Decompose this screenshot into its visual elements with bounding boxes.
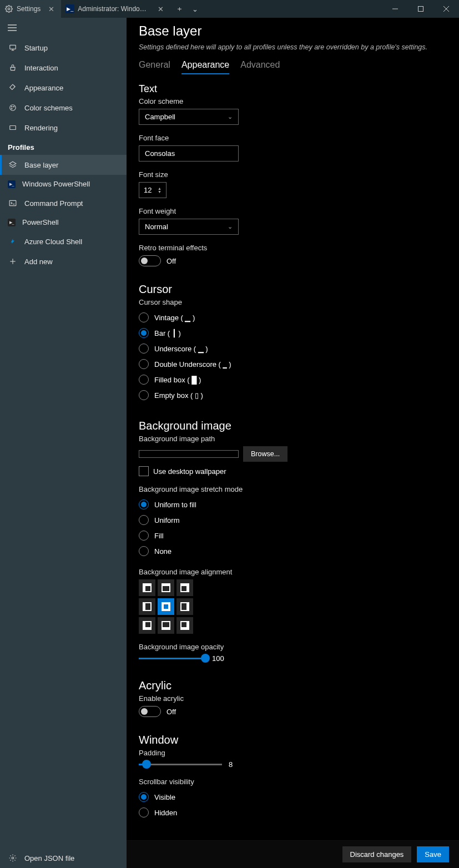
font-weight-dropdown[interactable]: Normal ⌄ [139, 219, 239, 235]
retro-label: Retro terminal effects [139, 244, 447, 252]
maximize-button[interactable] [408, 0, 433, 18]
radio-scroll-hidden[interactable]: Hidden [139, 805, 447, 820]
rendering-icon [8, 123, 18, 133]
radio-label: Visible [154, 793, 175, 801]
svg-rect-8 [10, 45, 16, 49]
layers-icon [8, 160, 18, 170]
subtab-appearance[interactable]: Appearance [181, 60, 229, 74]
color-scheme-label: Color scheme [139, 97, 447, 105]
radio-cursor-double-underscore[interactable]: Double Underscore ( ‗ ) [139, 356, 447, 372]
slider-value: 100 [212, 654, 224, 663]
sidebar-item-windows-powershell[interactable]: ▶_ Windows PowerShell [0, 175, 127, 193]
align-top-left[interactable] [139, 579, 155, 596]
sidebar-item-startup[interactable]: Startup [0, 38, 127, 58]
section-acrylic: Acrylic [139, 679, 447, 692]
sidebar-item-command-prompt[interactable]: Command Prompt [0, 193, 127, 213]
tab-powershell[interactable]: ▶_ Administrator: Windows PowerS ✕ [61, 0, 170, 18]
alignment-grid [139, 579, 447, 634]
radio-cursor-empty-box[interactable]: Empty box ( ▯ ) [139, 387, 447, 403]
minimize-button[interactable] [382, 0, 408, 18]
section-text: Text [139, 83, 447, 95]
acrylic-toggle[interactable] [139, 706, 161, 717]
align-bottom-left[interactable] [139, 617, 155, 634]
align-bottom-right[interactable] [176, 617, 193, 634]
close-icon[interactable]: ✕ [155, 5, 166, 13]
sidebar-item-base-layer[interactable]: Base layer [0, 155, 127, 175]
radio-stretch-none[interactable]: None [139, 543, 447, 559]
spinner-value: 12 [144, 186, 152, 194]
hamburger-icon[interactable] [0, 18, 127, 38]
font-size-spinner[interactable]: 12 ▲▼ [139, 182, 167, 198]
tab-settings[interactable]: Settings ✕ [0, 0, 61, 18]
appearance-icon [8, 83, 18, 93]
subtab-advanced[interactable]: Advanced [240, 60, 280, 74]
sidebar-item-label: Rendering [24, 124, 58, 132]
toggle-state: Off [167, 257, 176, 265]
sidebar-item-label: Azure Cloud Shell [24, 238, 82, 246]
save-button[interactable]: Save [417, 846, 449, 862]
plus-icon [8, 256, 18, 266]
spinner-arrows-icon[interactable]: ▲▼ [158, 187, 162, 194]
svg-point-13 [13, 107, 14, 107]
powershell-icon: ▶_ [8, 180, 16, 188]
radio-cursor-vintage[interactable]: Vintage ( ▁ ) [139, 310, 447, 325]
padding-slider[interactable] [139, 764, 222, 765]
bg-path-label: Background image path [139, 435, 447, 443]
sidebar-item-add-new[interactable]: Add new [0, 251, 127, 271]
opacity-slider[interactable] [139, 658, 205, 659]
azure-icon [8, 236, 18, 246]
sidebar-item-color-schemes[interactable]: Color schemes [0, 98, 127, 118]
new-tab-button[interactable]: ＋ [170, 4, 188, 14]
titlebar: Settings ✕ ▶_ Administrator: Windows Pow… [0, 0, 459, 18]
sidebar-item-open-json[interactable]: Open JSON file [0, 848, 127, 868]
discard-button[interactable]: Discard changes [342, 846, 412, 862]
color-scheme-dropdown[interactable]: Campbell ⌄ [139, 109, 239, 125]
radio-cursor-filled-box[interactable]: Filled box ( █ ) [139, 372, 447, 387]
bg-path-input[interactable] [139, 450, 239, 458]
sidebar-item-interaction[interactable]: Interaction [0, 58, 127, 78]
radio-stretch-uniform-fill[interactable]: Uniform to fill [139, 497, 447, 512]
subtab-general[interactable]: General [139, 60, 170, 74]
font-face-input[interactable]: Consolas [139, 145, 239, 162]
sidebar-item-label: Color schemes [24, 104, 73, 112]
radio-stretch-fill[interactable]: Fill [139, 528, 447, 543]
cursor-shape-group: Vintage ( ▁ ) Bar ( ┃ ) Underscore ( ▁ )… [139, 310, 447, 403]
radio-cursor-bar[interactable]: Bar ( ┃ ) [139, 325, 447, 341]
bottom-bar: Discard changes Save [127, 840, 459, 868]
radio-cursor-underscore[interactable]: Underscore ( ▁ ) [139, 341, 447, 356]
radio-scroll-visible[interactable]: Visible [139, 789, 447, 805]
svg-point-12 [12, 107, 12, 107]
startup-icon [8, 43, 18, 53]
sidebar-item-label: PowerShell [22, 218, 59, 226]
gear-icon [8, 853, 18, 863]
retro-toggle[interactable] [139, 255, 161, 266]
radio-stretch-uniform[interactable]: Uniform [139, 512, 447, 528]
acrylic-enable-label: Enable acrylic [139, 694, 447, 703]
interaction-icon [8, 63, 18, 73]
subtab-bar: General Appearance Advanced [139, 60, 447, 74]
sidebar-item-azure-cloud-shell[interactable]: Azure Cloud Shell [0, 231, 127, 251]
browse-button[interactable]: Browse... [243, 446, 287, 462]
sidebar-item-powershell-core[interactable]: ▶_ PowerShell [0, 213, 127, 231]
align-top-right[interactable] [176, 579, 193, 596]
svg-rect-17 [9, 200, 16, 205]
checkbox[interactable] [139, 466, 149, 476]
tab-dropdown-icon[interactable]: ⌄ [188, 5, 201, 13]
close-icon[interactable]: ✕ [46, 5, 57, 13]
svg-marker-16 [9, 162, 16, 165]
align-left[interactable] [139, 598, 155, 615]
sidebar-item-rendering[interactable]: Rendering [0, 118, 127, 138]
align-center[interactable] [158, 598, 174, 615]
palette-icon [8, 103, 18, 113]
stretch-group: Uniform to fill Uniform Fill None [139, 497, 447, 559]
sidebar-item-appearance[interactable]: Appearance [0, 78, 127, 98]
slider-value: 8 [229, 760, 233, 769]
svg-rect-15 [10, 126, 16, 130]
align-right[interactable] [176, 598, 193, 615]
sidebar-item-label: Appearance [24, 84, 63, 92]
align-bottom[interactable] [158, 617, 174, 634]
use-desktop-checkbox-row[interactable]: Use desktop wallpaper [139, 466, 447, 476]
align-top[interactable] [158, 579, 174, 596]
svg-rect-2 [418, 7, 423, 12]
close-button[interactable] [433, 0, 459, 18]
